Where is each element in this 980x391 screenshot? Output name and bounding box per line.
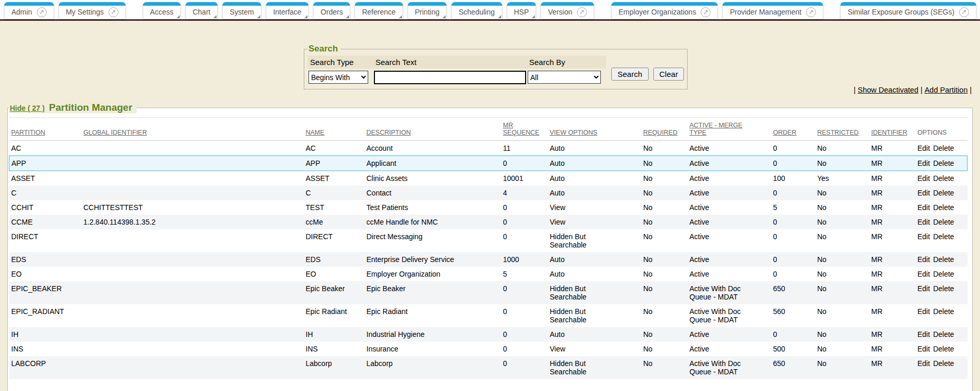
delete-link[interactable]: Delete (933, 144, 954, 152)
column-header-active-merge-type[interactable]: ACTIVE - MERGE TYPE (688, 118, 771, 141)
edit-link[interactable]: Edit (918, 218, 930, 226)
nav-tab-provider-management[interactable]: Provider Management ↗ (722, 2, 823, 19)
delete-link[interactable]: Delete (933, 307, 954, 316)
nav-tab-interface[interactable]: Interface (266, 2, 308, 19)
table-row[interactable]: LABCORP Labcorp Labcorp 0 Hidden But Sea… (9, 356, 968, 379)
column-header-order[interactable]: ORDER (771, 118, 815, 141)
nav-tab-hsp[interactable]: HSP (507, 2, 536, 19)
column-header-required[interactable]: REQUIRED (641, 118, 688, 141)
edit-link[interactable]: Edit (918, 232, 930, 241)
external-link-icon[interactable]: ↗ (701, 7, 710, 17)
delete-link[interactable]: Delete (933, 359, 954, 368)
cell-active-merge-type: Active (688, 200, 771, 215)
table-row[interactable]: INS INS Insurance 0 View No Active 500 N… (9, 342, 968, 356)
hide-link[interactable]: Hide ( 27 ) (10, 104, 45, 112)
edit-link[interactable]: Edit (918, 270, 930, 278)
external-link-icon[interactable]: ↗ (806, 7, 816, 17)
edit-link[interactable]: Edit (918, 159, 930, 167)
nav-tab-printing[interactable]: Printing (408, 2, 447, 19)
table-row[interactable]: IH IH Industrial Hygiene 0 Auto No Activ… (9, 327, 968, 342)
cell-identifier: MR (869, 267, 916, 281)
table-row[interactable]: EDS EDS Enterprise Delivery Service 1000… (9, 252, 968, 267)
column-header-identifier[interactable]: IDENTIFIER (869, 118, 916, 141)
cell-partition: CCHIT (9, 200, 82, 215)
column-header-global-identifier[interactable]: GLOBAL IDENTIFIER (82, 118, 304, 141)
search-button[interactable]: Search (611, 68, 649, 81)
table-row[interactable]: CCME 1.2.840.114398.1.35.2 ccMe ccMe Han… (9, 215, 968, 229)
table-row[interactable]: ASSET ASSET Clinic Assets 10001 Auto No … (9, 171, 968, 186)
delete-link[interactable]: Delete (933, 284, 954, 293)
cell-mr-sequence: 0 (501, 356, 548, 379)
table-row[interactable]: DIRECT DIRECT Direct Messaging 0 Hidden … (9, 229, 968, 252)
show-deactivated-link[interactable]: Show Deactivated (858, 86, 919, 94)
nav-tab-scheduling[interactable]: Scheduling (451, 2, 502, 19)
column-header-partition[interactable]: PARTITION (9, 118, 82, 141)
search-text-input[interactable] (374, 71, 526, 84)
delete-link[interactable]: Delete (933, 255, 954, 264)
delete-link[interactable]: Delete (933, 203, 954, 212)
cell-required: No (641, 186, 688, 200)
edit-link[interactable]: Edit (918, 307, 930, 316)
external-link-icon[interactable]: ↗ (577, 7, 587, 17)
external-link-icon[interactable]: ↗ (37, 7, 47, 17)
clear-button[interactable]: Clear (653, 68, 684, 81)
cell-required: No (641, 156, 688, 171)
cell-view-options: Auto (548, 156, 641, 171)
table-row[interactable]: EPIC_BEAKER Epic Beaker Epic Beaker 0 Hi… (9, 281, 968, 304)
external-link-icon[interactable]: ↗ (109, 7, 118, 17)
edit-link[interactable]: Edit (918, 284, 930, 293)
search-by-select[interactable]: All (528, 71, 601, 84)
delete-link[interactable]: Delete (933, 345, 954, 353)
delete-link[interactable]: Delete (933, 218, 954, 226)
column-header-description[interactable]: DESCRIPTION (365, 118, 501, 141)
delete-link[interactable]: Delete (933, 189, 954, 197)
edit-link[interactable]: Edit (918, 330, 930, 338)
dropdown-fold-icon (213, 15, 217, 18)
cell-identifier: MR (869, 229, 916, 252)
nav-tab-similar-exposure-groups-segs[interactable]: Similar Exposure Groups (SEGs) ↗ (840, 2, 976, 19)
delete-link[interactable]: Delete (933, 330, 954, 338)
nav-tab-chart[interactable]: Chart (185, 2, 218, 19)
column-header-mr-sequence[interactable]: MR SEQUENCE (501, 118, 548, 141)
table-row[interactable]: CCHIT CCHITTESTTEST TEST Test Patients 0… (9, 200, 968, 215)
delete-link[interactable]: Delete (933, 159, 954, 167)
delete-link[interactable]: Delete (933, 270, 954, 278)
edit-link[interactable]: Edit (918, 359, 930, 368)
nav-tab-access[interactable]: Access (143, 2, 181, 19)
table-row[interactable]: AC AC Account 11 Auto No Active 0 No MR … (9, 141, 968, 156)
table-header-row: PARTITION GLOBAL IDENTIFIER NAME DESCRIP… (9, 118, 968, 141)
edit-link[interactable]: Edit (918, 189, 930, 197)
search-panel: Search Search Type Search Text Search By… (304, 44, 688, 89)
nav-tab-orders[interactable]: Orders (313, 2, 350, 19)
nav-tab-system[interactable]: System (222, 2, 261, 19)
cell-view-options: Hidden But Searchable (548, 281, 641, 304)
add-partition-link[interactable]: Add Partition (924, 86, 968, 94)
cell-order: 650 (771, 281, 815, 304)
search-type-select[interactable]: Begins With (308, 71, 368, 84)
table-row[interactable]: EPIC_RADIANT Epic Radiant Epic Radiant 0… (9, 304, 968, 327)
edit-link[interactable]: Edit (918, 144, 930, 152)
nav-tab-my-settings[interactable]: My Settings ↗ (59, 2, 126, 19)
edit-link[interactable]: Edit (918, 255, 930, 264)
nav-tab-reference[interactable]: Reference (355, 2, 403, 19)
table-row[interactable]: EO EO Employer Organization 5 Auto No Ac… (9, 267, 968, 281)
cell-name: EDS (304, 252, 365, 267)
edit-link[interactable]: Edit (918, 345, 930, 353)
delete-link[interactable]: Delete (933, 232, 954, 241)
edit-link[interactable]: Edit (918, 203, 930, 212)
column-header-restricted[interactable]: RESTRICTED (815, 118, 869, 141)
cell-identifier: MR (869, 304, 916, 327)
table-row[interactable]: APP APP Applicant 0 Auto No Active 0 No … (9, 156, 968, 171)
column-header-view-options[interactable]: VIEW OPTIONS (548, 118, 641, 141)
nav-tab-admin[interactable]: Admin ↗ (4, 2, 54, 19)
search-type-label: Search Type (307, 56, 373, 69)
delete-link[interactable]: Delete (933, 174, 954, 183)
external-link-icon[interactable]: ↗ (959, 7, 969, 17)
nav-tab-version[interactable]: Version ↗ (541, 2, 594, 19)
nav-tab-employer-organizations[interactable]: Employer Organizations ↗ (611, 2, 718, 19)
cell-options: EditDelete (916, 267, 968, 281)
column-header-name[interactable]: NAME (304, 118, 365, 141)
edit-link[interactable]: Edit (918, 174, 930, 183)
table-row[interactable]: C C Contact 4 Auto No Active 0 No MR Edi… (9, 186, 968, 200)
tab-label: Printing (415, 8, 439, 16)
